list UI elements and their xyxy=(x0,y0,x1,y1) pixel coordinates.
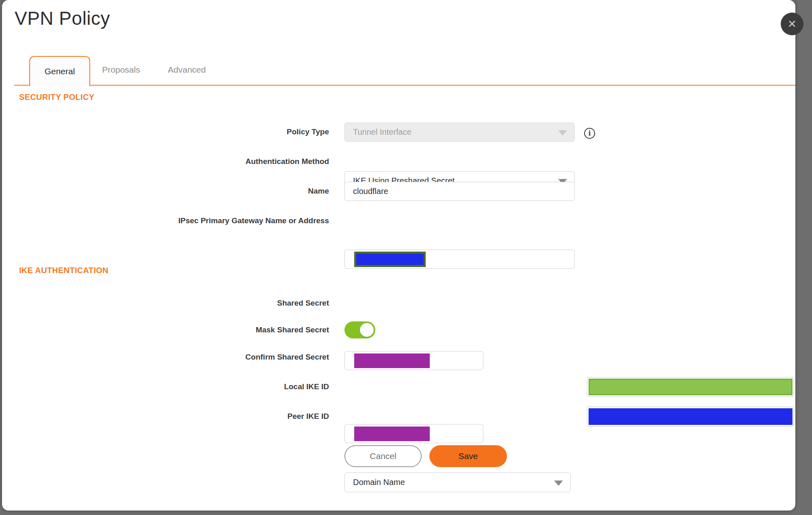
policy-type-value: Tunnel Interface xyxy=(353,127,411,137)
vpn-policy-dialog: VPN Policy General Proposals Advanced SE… xyxy=(2,0,795,511)
local-ike-id-type: Domain Name xyxy=(353,478,405,487)
peer-ike-id-label: Peer IKE ID xyxy=(2,412,329,421)
chevron-down-icon xyxy=(554,481,563,486)
tab-general-label: General xyxy=(45,67,75,76)
security-policy-heading: SECURITY POLICY xyxy=(19,93,94,102)
local-ike-id-label: Local IKE ID xyxy=(2,382,329,391)
tab-advanced[interactable]: Advanced xyxy=(167,65,207,75)
redacted-peer-ike-id xyxy=(589,408,793,425)
ike-authentication-heading: IKE AUTHENTICATION xyxy=(19,266,108,275)
confirm-shared-secret-label: Confirm Shared Secret xyxy=(2,353,329,362)
mask-shared-secret-toggle[interactable] xyxy=(344,321,375,338)
close-button[interactable]: ✕ xyxy=(781,13,803,35)
policy-type-select: Tunnel Interface xyxy=(344,123,575,142)
mask-shared-secret-label: Mask Shared Secret xyxy=(2,325,329,334)
shared-secret-input[interactable] xyxy=(344,351,483,370)
redacted-shared-secret xyxy=(354,353,430,368)
save-button[interactable]: Save xyxy=(429,445,507,467)
close-icon: ✕ xyxy=(788,19,797,29)
local-ike-id-value-input[interactable] xyxy=(587,377,794,397)
info-icon[interactable]: i xyxy=(584,128,595,139)
name-input[interactable] xyxy=(344,182,575,201)
confirm-shared-secret-input[interactable] xyxy=(344,424,483,443)
toggle-knob xyxy=(360,323,374,337)
redacted-local-ike-id xyxy=(589,379,793,395)
cancel-button[interactable]: Cancel xyxy=(344,445,422,467)
shared-secret-label: Shared Secret xyxy=(2,299,329,308)
redacted-confirm-shared-secret xyxy=(354,427,430,441)
local-ike-id-select[interactable]: Domain Name xyxy=(344,472,571,492)
page-title: VPN Policy xyxy=(15,7,110,29)
ipsec-gateway-label: IPsec Primary Gateway Name or Address xyxy=(2,216,329,225)
peer-ike-id-value-input[interactable] xyxy=(587,407,794,427)
tab-general[interactable]: General xyxy=(29,56,90,86)
ipsec-gateway-input[interactable] xyxy=(344,250,575,269)
redacted-gateway-value xyxy=(354,252,426,267)
name-label: Name xyxy=(2,187,329,196)
tab-proposals[interactable]: Proposals xyxy=(99,65,143,75)
tab-underline xyxy=(14,85,795,86)
policy-type-label: Policy Type xyxy=(2,127,329,136)
authentication-method-label: Authentication Method xyxy=(2,157,329,166)
chevron-down-icon xyxy=(558,130,567,136)
